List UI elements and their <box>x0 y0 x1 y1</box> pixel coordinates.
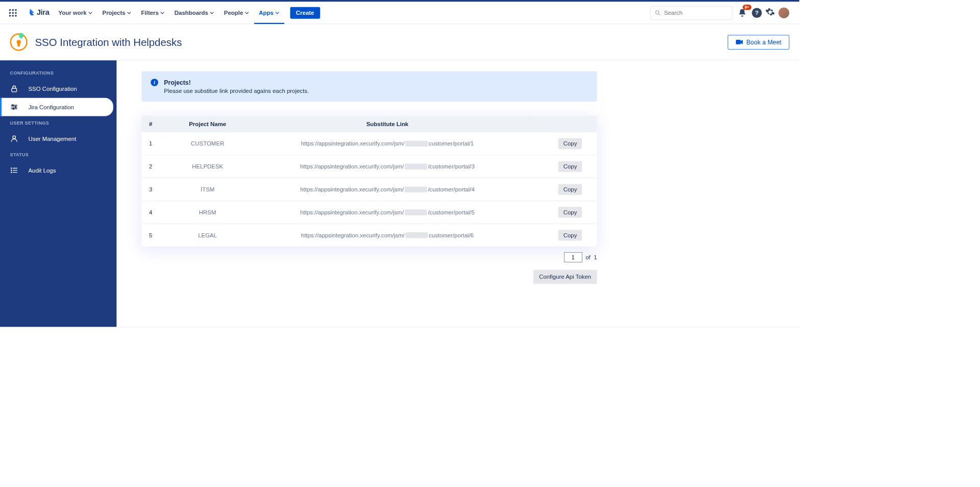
app-logo-icon <box>10 33 28 51</box>
page-header: SSO Integration with Helpdesks Book a Me… <box>0 24 799 60</box>
notifications-badge: 9+ <box>743 5 751 10</box>
search-box[interactable] <box>650 6 732 20</box>
projects-table-card: #Project NameSubstitute Link 1CUSTOMERht… <box>141 116 597 247</box>
redacted-segment <box>405 232 428 238</box>
svg-point-0 <box>655 11 659 14</box>
redacted-segment <box>405 141 428 147</box>
page-footer <box>0 327 799 389</box>
notifications-button[interactable]: 9+ <box>736 7 748 19</box>
sidebar-heading: STATUS <box>0 148 116 161</box>
sidebar-heading: USER SETTINGS <box>0 116 116 130</box>
table-row: 3ITSMhttps://appsintegration.xecurify.co… <box>141 178 597 201</box>
project-name-cell: HELPDESK <box>168 155 246 178</box>
projects-table: #Project NameSubstitute Link 1CUSTOMERht… <box>141 116 597 247</box>
table-row: 5LEGALhttps://appsintegration.xecurify.c… <box>141 224 597 246</box>
copy-button[interactable]: Copy <box>558 230 582 240</box>
project-name-cell: ITSM <box>168 178 246 201</box>
svg-point-15 <box>11 170 12 171</box>
svg-rect-3 <box>12 88 17 92</box>
help-button[interactable]: ? <box>752 8 762 18</box>
profile-avatar[interactable] <box>778 7 789 18</box>
project-name-cell: LEGAL <box>168 224 246 246</box>
nav-item-dashboards[interactable]: Dashboards <box>169 2 219 24</box>
project-name-cell: CUSTOMER <box>168 132 246 155</box>
sidebar-item-jira-configuration[interactable]: Jira Configuration <box>0 98 113 116</box>
svg-line-1 <box>658 13 660 15</box>
copy-button[interactable]: Copy <box>558 161 582 172</box>
pager-total: 1 <box>594 254 597 261</box>
copy-button[interactable]: Copy <box>558 138 582 149</box>
pager-of-label: of <box>585 254 591 261</box>
sidebar-item-sso-configuration[interactable]: SSO Configuration <box>0 80 113 98</box>
banner-body: Please use substitue link provided again… <box>164 87 309 94</box>
svg-point-16 <box>11 172 12 173</box>
copy-button[interactable]: Copy <box>558 184 582 194</box>
substitute-link-cell: https://appsintegration.xecurify.com/jsm… <box>247 155 528 178</box>
row-index: 3 <box>141 178 168 201</box>
nav-item-apps[interactable]: Apps <box>254 2 284 24</box>
global-nav: Jira Your workProjectsFiltersDashboardsP… <box>0 2 799 24</box>
table-header: Substitute Link <box>247 116 528 133</box>
substitute-link-cell: https://appsintegration.xecurify.com/jsm… <box>247 201 528 224</box>
table-row: 1CUSTOMERhttps://appsintegration.xecurif… <box>141 132 597 155</box>
redacted-segment <box>405 186 427 192</box>
video-camera-icon <box>736 39 743 45</box>
app-switcher-icon[interactable] <box>6 6 20 20</box>
page-input[interactable] <box>564 252 582 262</box>
banner-title: Projects! <box>164 79 309 86</box>
svg-point-10 <box>13 136 15 138</box>
jira-logo[interactable]: Jira <box>26 8 50 17</box>
substitute-link-cell: https://appsintegration.xecurify.com/jsm… <box>247 178 528 201</box>
row-index: 5 <box>141 224 168 246</box>
sidebar-item-audit-logs[interactable]: Audit Logs <box>0 161 113 180</box>
settings-button[interactable] <box>765 7 775 18</box>
table-row: 2HELPDESKhttps://appsintegration.xecurif… <box>141 155 597 178</box>
table-header <box>528 116 597 133</box>
pagination: of 1 <box>141 252 597 262</box>
svg-rect-2 <box>736 40 741 44</box>
row-index: 1 <box>141 132 168 155</box>
configure-api-token-button[interactable]: Configure Api Token <box>533 270 597 284</box>
row-index: 4 <box>141 201 168 224</box>
sidebar: CONFIGURATIONSSSO ConfigurationJira Conf… <box>0 60 116 327</box>
project-name-cell: HRSM <box>168 201 246 224</box>
sidebar-item-user-management[interactable]: User Management <box>0 130 113 148</box>
nav-item-projects[interactable]: Projects <box>97 2 136 24</box>
copy-button[interactable]: Copy <box>558 207 582 217</box>
search-input[interactable] <box>664 9 728 16</box>
redacted-segment <box>405 209 427 215</box>
svg-point-14 <box>11 168 12 168</box>
info-icon: i <box>151 79 158 86</box>
nav-item-your-work[interactable]: Your work <box>54 2 97 24</box>
create-button[interactable]: Create <box>290 7 320 18</box>
redacted-segment <box>405 164 427 169</box>
substitute-link-cell: https://appsintegration.xecurify.com/jsm… <box>247 132 528 155</box>
table-row: 4HRSMhttps://appsintegration.xecurify.co… <box>141 201 597 224</box>
main-content: i Projects! Please use substitue link pr… <box>116 60 799 327</box>
search-icon <box>655 9 660 16</box>
book-a-meet-button[interactable]: Book a Meet <box>727 35 789 50</box>
sidebar-heading: CONFIGURATIONS <box>0 66 116 80</box>
page-title: SSO Integration with Helpdesks <box>35 36 182 48</box>
jira-logo-text: Jira <box>37 8 50 17</box>
table-header: Project Name <box>168 116 246 133</box>
substitute-link-cell: https://appsintegration.xecurify.com/jsm… <box>247 224 528 246</box>
table-header: # <box>141 116 168 133</box>
gear-icon <box>765 7 775 17</box>
row-index: 2 <box>141 155 168 178</box>
nav-item-people[interactable]: People <box>219 2 254 24</box>
book-a-meet-label: Book a Meet <box>746 38 781 45</box>
nav-item-filters[interactable]: Filters <box>136 2 169 24</box>
info-banner: i Projects! Please use substitue link pr… <box>141 71 597 102</box>
